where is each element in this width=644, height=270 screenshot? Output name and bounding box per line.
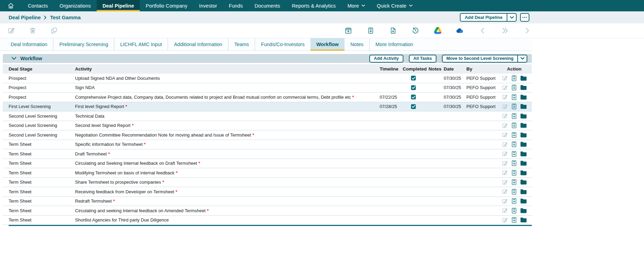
completed-checkbox[interactable]: [411, 104, 416, 109]
edit-activity-icon[interactable]: [502, 75, 508, 81]
nav-item-funds[interactable]: Funds: [223, 0, 249, 11]
add-note-icon[interactable]: [511, 122, 517, 129]
edit-activity-icon[interactable]: [502, 113, 508, 119]
cell-action: [499, 132, 529, 138]
completed-checkbox[interactable]: [411, 85, 416, 90]
completed-checkbox[interactable]: [411, 76, 416, 80]
home-icon[interactable]: [6, 0, 15, 11]
collapse-section-icon[interactable]: [11, 57, 17, 60]
move-stage-dropdown[interactable]: [517, 55, 527, 62]
edit-activity-icon[interactable]: [502, 160, 508, 166]
delete-icon[interactable]: [29, 27, 36, 34]
edit-activity-icon[interactable]: [502, 132, 508, 138]
add-deal-pipeline-dropdown[interactable]: [507, 14, 516, 21]
add-deal-pipeline-button[interactable]: Add Deal Pipeline: [461, 14, 507, 21]
add-note-icon[interactable]: [511, 132, 517, 138]
documents-folder-icon[interactable]: [520, 132, 527, 138]
nav-item-portfolio-company[interactable]: Portfolio Company: [140, 0, 193, 11]
add-note-icon[interactable]: [511, 207, 517, 214]
edit-activity-icon[interactable]: [502, 217, 508, 223]
add-note-icon[interactable]: [511, 217, 517, 223]
nav-item-deal-pipeline[interactable]: Deal Pipeline: [97, 0, 140, 11]
documents-folder-icon[interactable]: [520, 198, 527, 204]
documents-folder-icon[interactable]: [520, 104, 527, 109]
edit-activity-icon[interactable]: [502, 122, 508, 129]
edit-activity-icon[interactable]: [502, 170, 508, 176]
double-chevron-right-icon[interactable]: [501, 27, 509, 34]
add-note-icon[interactable]: [511, 141, 517, 148]
add-activity-button[interactable]: Add Activity: [369, 55, 403, 63]
documents-folder-icon[interactable]: [520, 113, 527, 119]
table-row: Term Sheet Draft Termsheet*: [3, 149, 532, 159]
edit-activity-icon[interactable]: [502, 104, 508, 110]
edit-activity-icon[interactable]: [502, 85, 508, 91]
nav-item-more[interactable]: More: [341, 0, 371, 11]
tab-more-information[interactable]: More Information: [369, 38, 419, 51]
all-tasks-button[interactable]: All Tasks: [409, 55, 436, 63]
documents-folder-icon[interactable]: [520, 208, 527, 214]
add-note-icon[interactable]: [511, 94, 517, 100]
tab-workflow[interactable]: Workflow: [310, 38, 345, 51]
task-add-icon[interactable]: [367, 27, 374, 34]
nav-item-quick-create[interactable]: Quick Create: [371, 0, 419, 11]
duplicate-icon[interactable]: [50, 27, 58, 34]
add-note-icon[interactable]: [511, 179, 517, 185]
add-note-icon[interactable]: [511, 151, 517, 157]
nav-item-documents[interactable]: Documents: [249, 0, 286, 11]
cell-action: [499, 188, 529, 195]
add-note-icon[interactable]: [511, 103, 517, 110]
calendar-add-icon[interactable]: [345, 27, 352, 34]
edit-activity-icon[interactable]: [502, 151, 508, 157]
history-icon[interactable]: [412, 27, 419, 34]
document-add-icon[interactable]: [389, 27, 397, 34]
add-note-icon[interactable]: [511, 113, 517, 119]
edit-activity-icon[interactable]: [502, 198, 508, 204]
documents-folder-icon[interactable]: [520, 94, 527, 100]
add-note-icon[interactable]: [511, 160, 517, 166]
tab-funds-co-investors[interactable]: Funds/Co-Investors: [255, 38, 310, 51]
documents-folder-icon[interactable]: [520, 151, 527, 157]
edit-activity-icon[interactable]: [502, 207, 508, 214]
cell-date: 07/30/25: [441, 104, 463, 109]
completed-checkbox[interactable]: [411, 95, 416, 99]
more-options-button[interactable]: [520, 13, 529, 22]
add-note-icon[interactable]: [511, 170, 517, 176]
documents-folder-icon[interactable]: [520, 122, 527, 128]
tab-additional-information[interactable]: Additional Information: [168, 38, 228, 51]
chevron-left-icon[interactable]: [479, 27, 486, 34]
add-note-icon[interactable]: [511, 198, 517, 204]
documents-folder-icon[interactable]: [520, 217, 527, 223]
documents-folder-icon[interactable]: [520, 160, 527, 166]
nav-item-reports-analytics[interactable]: Reports & Analytics: [286, 0, 342, 11]
nav-item-investor[interactable]: Investor: [193, 0, 223, 11]
cell-deal-stage: Term Sheet: [9, 142, 75, 147]
google-drive-icon[interactable]: [434, 27, 442, 34]
move-to-second-level-screening-button[interactable]: Move to Second Level Screening: [443, 55, 517, 62]
nav-item-organizations[interactable]: Organizations: [54, 0, 97, 11]
nav-item-contacts[interactable]: Contacts: [22, 0, 54, 11]
tab-deal-information[interactable]: Deal Information: [5, 38, 53, 51]
edit-activity-icon[interactable]: [502, 94, 508, 100]
tab-lichfl-amc-input[interactable]: LICHFL AMC Input: [114, 38, 168, 51]
edit-activity-icon[interactable]: [502, 188, 508, 195]
documents-folder-icon[interactable]: [520, 179, 527, 185]
tab-teams[interactable]: Teams: [228, 38, 255, 51]
edit-activity-icon[interactable]: [502, 179, 508, 185]
documents-folder-icon[interactable]: [520, 85, 527, 90]
documents-folder-icon[interactable]: [520, 170, 527, 176]
tab-preliminary-screening[interactable]: Preliminary Screening: [53, 38, 114, 51]
add-note-icon[interactable]: [511, 188, 517, 195]
documents-folder-icon[interactable]: [520, 189, 527, 195]
documents-folder-icon[interactable]: [520, 141, 527, 147]
required-asterisk: *: [125, 104, 127, 109]
edit-activity-icon[interactable]: [502, 141, 508, 148]
onedrive-icon[interactable]: [456, 27, 464, 34]
breadcrumb-section[interactable]: Deal Pipeline: [9, 14, 41, 20]
edit-icon[interactable]: [8, 27, 15, 34]
tab-notes[interactable]: Notes: [345, 38, 369, 51]
add-note-icon[interactable]: [511, 84, 517, 91]
add-note-icon[interactable]: [511, 75, 517, 82]
nav-item-label: Organizations: [60, 3, 91, 9]
documents-folder-icon[interactable]: [520, 75, 527, 81]
chevron-right-icon[interactable]: [524, 27, 531, 34]
